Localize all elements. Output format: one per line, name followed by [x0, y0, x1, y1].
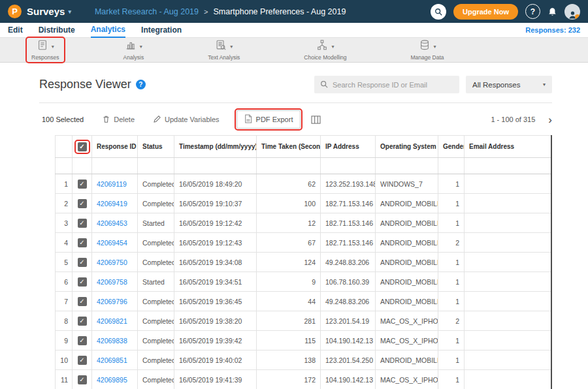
search-input[interactable]: [333, 81, 453, 89]
delete-button[interactable]: Delete: [102, 115, 135, 125]
response-search-box[interactable]: [314, 76, 459, 93]
response-id-link[interactable]: 42069453: [97, 219, 127, 227]
selection-toolbar: 100 Selected Delete Update Variables PDF…: [39, 103, 552, 135]
column-header-time-taken[interactable]: Time Taken (Seconds)⇅: [257, 136, 321, 158]
surveys-menu[interactable]: Surveys ▾: [27, 6, 71, 17]
column-filter-input[interactable]: [465, 158, 552, 174]
table-row: 7 42069796 Completed 16/05/2019 19:36:45…: [56, 292, 552, 311]
search-icon[interactable]: [431, 4, 446, 20]
time-taken-cell: 44: [257, 292, 321, 311]
nav-item-edit[interactable]: Edit: [8, 23, 23, 37]
ribbon-item-choice-modelling[interactable]: ▾ Choice Modelling: [300, 39, 350, 61]
email-cell: [465, 311, 552, 331]
ip-address-cell: 123.201.54.19: [321, 311, 376, 331]
row-checkbox[interactable]: [78, 238, 87, 247]
breadcrumb-parent-link[interactable]: Market Research - Aug 2019: [95, 7, 199, 16]
response-id-link[interactable]: 42069851: [97, 356, 127, 364]
column-header-status[interactable]: Status: [138, 136, 174, 158]
choice-modelling-icon: [316, 39, 328, 54]
next-page-chevron[interactable]: ›: [548, 114, 552, 125]
column-filter-input[interactable]: [321, 158, 376, 174]
analytics-ribbon: ▾ Responses ▾ Analysis ▾ Text Analysis ▾…: [0, 38, 588, 63]
column-filter-input[interactable]: [376, 158, 438, 174]
status-cell: Completed: [138, 331, 174, 350]
upgrade-now-button[interactable]: Upgrade Now: [453, 4, 518, 20]
ribbon-item-responses[interactable]: ▾ Responses: [27, 39, 63, 61]
manage-columns-icon[interactable]: [311, 116, 321, 124]
response-id-link[interactable]: 42069838: [97, 337, 127, 345]
nav-item-integration[interactable]: Integration: [141, 23, 182, 37]
row-checkbox[interactable]: [78, 179, 87, 189]
column-filter-input[interactable]: [92, 158, 138, 174]
notifications-bell-icon[interactable]: [547, 7, 557, 17]
help-icon[interactable]: ?: [136, 80, 146, 89]
analysis-icon: [125, 39, 137, 54]
row-checkbox[interactable]: [78, 336, 87, 345]
responses-count-badge[interactable]: Responses: 232: [525, 26, 580, 34]
ip-address-cell: 49.248.83.206: [321, 292, 376, 311]
column-header-timestamp[interactable]: Timestamp (dd/mm/yyyy)⇅: [174, 136, 257, 158]
row-number: 1: [56, 174, 73, 194]
email-cell: [465, 350, 552, 370]
main-nav: Edit Distribute Analytics Integration Re…: [0, 23, 588, 38]
column-filter-input[interactable]: [174, 158, 257, 174]
time-taken-cell: 67: [257, 233, 321, 253]
response-id-link[interactable]: 42069119: [97, 180, 127, 188]
responses-filter-dropdown[interactable]: All Responses ▾: [466, 76, 552, 93]
pencil-icon: [153, 115, 161, 125]
chevron-down-icon[interactable]: ▾: [434, 44, 436, 50]
row-checkbox[interactable]: [78, 277, 87, 287]
row-checkbox[interactable]: [78, 199, 87, 208]
row-checkbox-cell: [73, 253, 92, 272]
column-filter-row: [56, 158, 552, 174]
row-checkbox[interactable]: [78, 258, 87, 267]
response-id-link[interactable]: 42069454: [97, 239, 127, 247]
column-header-operating-system[interactable]: Operating System: [376, 136, 438, 158]
response-id-link[interactable]: 42069796: [97, 298, 127, 305]
ribbon-item-manage-data[interactable]: ▾ Manage Data: [407, 39, 448, 61]
column-header-email[interactable]: Email Address: [465, 136, 552, 158]
chevron-down-icon[interactable]: ▾: [331, 44, 334, 50]
column-filter-input[interactable]: [138, 158, 174, 174]
time-taken-cell: 9: [257, 272, 321, 292]
user-avatar[interactable]: [564, 4, 580, 20]
select-all-checkbox[interactable]: [78, 142, 87, 151]
row-checkbox-cell: [73, 174, 92, 194]
ip-address-cell: 104.190.142.13: [321, 331, 376, 350]
row-checkbox-cell: [73, 292, 92, 311]
column-filter-input[interactable]: [257, 158, 321, 174]
update-variables-button[interactable]: Update Variables: [153, 115, 220, 125]
chevron-down-icon[interactable]: ▾: [230, 44, 233, 50]
nav-item-distribute[interactable]: Distribute: [39, 23, 75, 37]
time-taken-cell: 124: [257, 253, 321, 272]
response-id-link[interactable]: 42069750: [97, 258, 127, 266]
nav-item-analytics[interactable]: Analytics: [91, 23, 125, 38]
response-id-cell: 42069895: [92, 370, 138, 389]
row-checkbox[interactable]: [78, 297, 87, 306]
row-number: 3: [56, 213, 73, 233]
column-filter-input[interactable]: [438, 158, 465, 174]
operating-system-cell: ANDROID_MOBILE: [376, 350, 438, 370]
row-number: 7: [56, 292, 73, 311]
response-id-link[interactable]: 42069419: [97, 200, 127, 208]
status-cell: Completed: [138, 311, 174, 331]
response-id-link[interactable]: 42069895: [97, 376, 127, 384]
column-header-gender[interactable]: Gender: [438, 136, 465, 158]
column-header-response-id[interactable]: Response ID▼: [92, 136, 138, 158]
chevron-down-icon[interactable]: ▾: [140, 44, 142, 50]
ribbon-item-analysis[interactable]: ▾ Analysis: [120, 39, 148, 61]
ribbon-item-text-analysis[interactable]: ▾ Text Analysis: [204, 39, 244, 61]
email-cell: [465, 370, 552, 389]
column-header-ip-address[interactable]: IP Address: [321, 136, 376, 158]
pdf-export-button[interactable]: PDF Export: [237, 110, 301, 129]
row-checkbox[interactable]: [78, 356, 87, 365]
response-id-link[interactable]: 42069821: [97, 317, 127, 325]
help-icon[interactable]: ?: [525, 4, 540, 19]
row-number: 9: [56, 331, 73, 350]
chevron-down-icon[interactable]: ▾: [52, 44, 54, 50]
app-logo[interactable]: P: [8, 5, 22, 18]
row-checkbox[interactable]: [78, 375, 87, 384]
response-id-link[interactable]: 42069758: [97, 278, 127, 286]
row-checkbox[interactable]: [78, 317, 87, 326]
row-checkbox[interactable]: [78, 219, 87, 228]
